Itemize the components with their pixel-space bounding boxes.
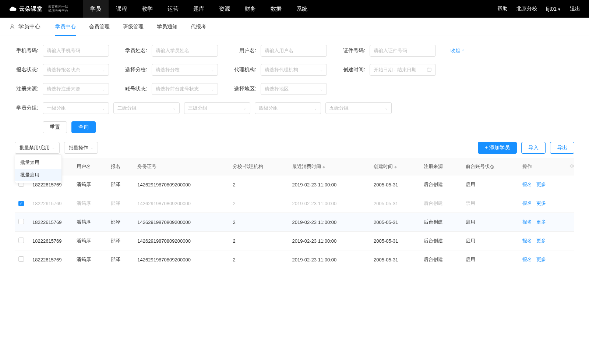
subnav-item[interactable]: 学员通知 — [157, 18, 177, 36]
topnav-item[interactable]: 题库 — [186, 0, 212, 18]
cell-signup: 邵泽 — [107, 194, 134, 213]
more-link[interactable]: 更多 — [536, 182, 546, 187]
col-created[interactable]: 创建时间◆ — [370, 158, 420, 175]
group-select[interactable]: 三级分组⌄ — [184, 102, 250, 114]
filter-select[interactable]: 请选择前台账号状态⌄ — [152, 83, 218, 95]
more-link[interactable]: 更多 — [536, 238, 546, 243]
topnav-item[interactable]: 运营 — [160, 0, 186, 18]
col-last-spend[interactable]: 最近消费时间◆ — [289, 158, 370, 175]
add-student-button[interactable]: + 添加学员 — [478, 142, 517, 154]
dropdown-item[interactable]: 批量禁用 — [15, 156, 61, 169]
reset-button[interactable]: 重置 — [43, 121, 67, 133]
cell-created: 2005-05-31 — [370, 250, 420, 269]
group-select[interactable]: 一级分组⌄ — [43, 102, 109, 114]
export-button[interactable]: 导出 — [550, 142, 574, 154]
col-status[interactable]: 前台账号状态 — [462, 158, 519, 175]
row-checkbox[interactable] — [18, 238, 24, 243]
filter-select[interactable]: 请选择报名状态⌄ — [43, 64, 109, 76]
signup-link[interactable]: 报名 — [522, 238, 532, 243]
logout-link[interactable]: 退出 — [570, 6, 580, 12]
col-username[interactable]: 用户名 — [73, 158, 107, 175]
filter-input[interactable]: 请输入用户名 — [261, 45, 327, 57]
topnav-item[interactable]: 财务 — [237, 0, 263, 18]
cell-created: 2005-05-31 — [370, 194, 420, 213]
col-branch[interactable]: 分校-代理机构 — [229, 158, 288, 175]
row-checkbox[interactable] — [18, 256, 24, 262]
cell-created: 2005-05-31 — [370, 175, 420, 194]
cell-username: 潘筠厚 — [73, 194, 107, 213]
cell-signup: 邵泽 — [107, 213, 134, 232]
filter-item: 证件号码:请输入证件号码 — [342, 45, 436, 57]
cell-actions: 报名更多 — [519, 194, 574, 213]
topnav-item[interactable]: 系统 — [289, 0, 315, 18]
col-source[interactable]: 注册来源 — [420, 158, 462, 175]
batch-action-button[interactable]: 批量操作 ⌄ — [64, 142, 98, 154]
topnav-item[interactable]: 数据 — [263, 0, 289, 18]
cell-id_no: 14262919870809200000 — [134, 213, 229, 232]
row-checkbox[interactable] — [18, 219, 24, 224]
table-row: ✓18222615769潘筠厚邵泽14262919870809200000220… — [15, 194, 574, 213]
filter-label: 证件号码: — [342, 47, 365, 54]
topnav-item[interactable]: 资源 — [212, 0, 237, 18]
row-checkbox[interactable]: ✓ — [18, 201, 24, 206]
collapse-link[interactable]: 收起 ⌃ — [451, 47, 465, 54]
subnav-title: 学员中心 — [9, 23, 40, 30]
topnav-item[interactable]: 学员 — [83, 0, 109, 18]
gear-icon[interactable] — [569, 164, 574, 170]
signup-link[interactable]: 报名 — [522, 257, 532, 262]
brand-logo: 云朵课堂 教育机构一站 式服务云平台 — [9, 5, 68, 13]
col-signup[interactable]: 报名 — [107, 158, 134, 175]
filter-label: 账号状态: — [124, 86, 147, 92]
more-link[interactable]: 更多 — [536, 200, 546, 206]
import-button[interactable]: 导入 — [521, 142, 546, 154]
filter-select[interactable]: 请选择注册来源⌄ — [43, 83, 109, 95]
filter-select[interactable]: 请选择分校⌄ — [152, 64, 218, 76]
more-link[interactable]: 更多 — [536, 257, 546, 262]
filter-input[interactable]: 请输入学员姓名 — [152, 45, 218, 57]
user-menu[interactable]: lijt01▼ — [546, 6, 561, 12]
filter-item: 报名状态:请选择报名状态⌄ — [15, 64, 109, 76]
student-table-wrap: 用户名 报名 身份证号 分校-代理机构 最近消费时间◆ 创建时间◆ 注册来源 前… — [0, 158, 589, 269]
cell-branch: 2 — [229, 175, 288, 194]
subnav-item[interactable]: 会员管理 — [89, 18, 110, 36]
group-select[interactable]: 四级分组⌄ — [255, 102, 321, 114]
cell-branch: 2 — [229, 213, 288, 232]
cell-signup: 邵泽 — [107, 250, 134, 269]
chevron-down-icon: ⌄ — [102, 87, 105, 91]
group-select[interactable]: 五级分组⌄ — [325, 102, 392, 114]
top-nav-items: 学员课程教学运营题库资源财务数据系统 — [83, 0, 315, 18]
brand-subtitle: 教育机构一站 式服务云平台 — [45, 5, 68, 13]
filter-select[interactable]: 请选择代理机构⌄ — [261, 64, 327, 76]
filter-input[interactable]: 请输入手机号码 — [43, 45, 109, 57]
signup-link[interactable]: 报名 — [522, 182, 532, 187]
cell-created: 2005-05-31 — [370, 232, 420, 250]
topnav-item[interactable]: 课程 — [109, 0, 134, 18]
filter-label: 选择地区: — [233, 86, 256, 92]
col-id-no[interactable]: 身份证号 — [134, 158, 229, 175]
signup-link[interactable]: 报名 — [522, 219, 532, 225]
subnav-item[interactable]: 班级管理 — [123, 18, 144, 36]
chevron-down-icon: ⌄ — [102, 68, 105, 72]
date-range-input[interactable]: 开始日期 - 结束日期 — [370, 64, 436, 76]
signup-link[interactable]: 报名 — [522, 200, 532, 206]
topnav-item[interactable]: 教学 — [134, 0, 160, 18]
filter-input[interactable]: 请输入证件号码 — [370, 45, 436, 57]
filter-select[interactable]: 请选择地区⌄ — [261, 83, 327, 95]
dropdown-item[interactable]: 批量启用 — [15, 169, 61, 181]
branch-link[interactable]: 北京分校 — [516, 6, 537, 12]
group-select[interactable]: 二级分组⌄ — [113, 102, 180, 114]
subnav-item[interactable]: 代报考 — [191, 18, 206, 36]
more-link[interactable]: 更多 — [536, 219, 546, 225]
chevron-down-icon: ⌄ — [243, 106, 246, 110]
chevron-down-icon: ⌄ — [320, 68, 323, 72]
chevron-down-icon: ⌄ — [173, 106, 176, 110]
cell-status: 启用 — [462, 175, 519, 194]
help-link[interactable]: 帮助 — [497, 6, 508, 12]
batch-toggle-button[interactable]: 批量禁用/启用 ⌄ — [15, 142, 60, 154]
query-button[interactable]: 查询 — [71, 121, 96, 133]
cell-source: 后台创建 — [420, 232, 462, 250]
cell-status: 启用 — [462, 232, 519, 250]
subnav-item[interactable]: 学员中心 — [55, 18, 76, 36]
cell-branch: 2 — [229, 250, 288, 269]
cell-signup: 邵泽 — [107, 232, 134, 250]
